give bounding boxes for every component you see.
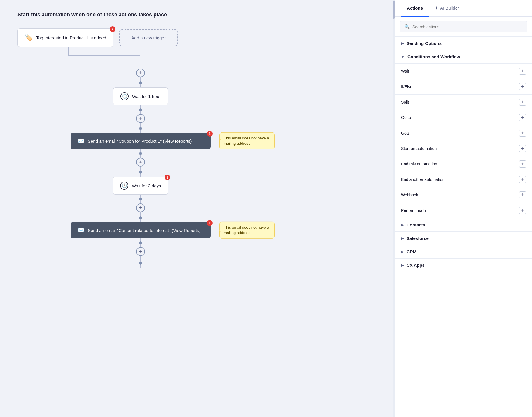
dot [139, 152, 142, 155]
ai-icon: ✦ [435, 5, 438, 11]
add-goal-icon[interactable]: + [519, 130, 526, 137]
dot [139, 171, 142, 174]
dot [139, 198, 142, 200]
wait-label-2: Wait for 2 days [132, 183, 161, 188]
connector-line [140, 105, 141, 108]
add-goto-icon[interactable]: + [519, 114, 526, 121]
add-wait-icon[interactable]: + [519, 68, 526, 75]
action-label-goto: Go to [401, 115, 411, 120]
add-webhook-icon[interactable]: + [519, 191, 526, 198]
action-item-end-this-automation[interactable]: End this automation + [395, 156, 532, 172]
action-item-goal[interactable]: Goal + [395, 125, 532, 141]
tab-ai-builder-label: AI Builder [440, 6, 459, 11]
section-sending-options[interactable]: ▶ Sending Options [395, 37, 532, 50]
add-start-automation-icon[interactable]: + [519, 145, 526, 152]
action-label-split: Split [401, 100, 409, 104]
action-label-perform-math: Perform math [401, 208, 426, 213]
contacts-label: Contacts [407, 222, 425, 227]
tab-ai-builder[interactable]: ✦ AI Builder [429, 0, 465, 17]
sending-options-label: Sending Options [407, 41, 442, 46]
add-perform-math-icon[interactable]: + [519, 207, 526, 214]
action-label-start-automation: Start an automation [401, 146, 437, 151]
chevron-right-icon: ▶ [401, 41, 404, 46]
dot [139, 108, 142, 111]
action-label-ifelse: If/Else [401, 84, 412, 89]
section-cx-apps[interactable]: ▶ CX Apps [395, 259, 532, 272]
action-item-goto[interactable]: Go to + [395, 110, 532, 125]
salesforce-label: Salesforce [407, 236, 429, 241]
email-node-2[interactable]: ✉️ Send an email "Content related to int… [71, 222, 211, 238]
action-label-wait: Wait [401, 69, 409, 74]
connector-line [140, 244, 141, 247]
action-label-webhook: Webhook [401, 193, 418, 197]
panel-tabs: Actions ✦ AI Builder [395, 0, 532, 17]
chevron-right-icon-contacts: ▶ [401, 223, 404, 227]
merge-lines-svg [18, 47, 175, 67]
action-item-webhook[interactable]: Webhook + [395, 187, 532, 203]
connector-line [140, 84, 141, 87]
section-contacts[interactable]: ▶ Contacts [395, 218, 532, 232]
tab-actions-label: Actions [407, 6, 423, 11]
connector-line [140, 174, 141, 177]
add-end-this-automation-icon[interactable]: + [519, 160, 526, 168]
action-item-perform-math[interactable]: Perform math + [395, 203, 532, 218]
search-box: 🔍 [395, 17, 532, 37]
warning-bubble-1: This email does not have a mailing addre… [219, 132, 275, 149]
plus-button-3[interactable]: + [136, 158, 145, 167]
wait-node-2-container: 🕐 Wait for 2 days 1 [113, 177, 168, 195]
canvas-title: Start this automation when one of these … [18, 12, 377, 18]
dot [139, 127, 142, 130]
add-split-icon[interactable]: + [519, 99, 526, 106]
canvas-area: Start this automation when one of these … [0, 0, 395, 417]
tab-actions[interactable]: Actions [401, 0, 429, 17]
warning-bubble-2: This email does not have a mailing addre… [219, 222, 275, 239]
connector-line [140, 200, 141, 203]
connector-line [140, 155, 141, 158]
section-conditions-workflow[interactable]: ▼ Conditions and Workflow [395, 50, 532, 64]
action-item-end-another-automation[interactable]: End another automation + [395, 172, 532, 187]
dot [139, 216, 142, 219]
add-end-another-automation-icon[interactable]: + [519, 176, 526, 183]
action-item-start-automation[interactable]: Start an automation + [395, 141, 532, 156]
search-input-wrap: 🔍 [400, 21, 527, 32]
connector-line [140, 130, 141, 133]
email-label-1: Send an email "Coupon for Product 1" (Vi… [88, 139, 192, 144]
trigger-label: Tag Interested in Product 1 is added [36, 35, 106, 40]
action-item-split[interactable]: Split + [395, 95, 532, 110]
plus-button-4[interactable]: + [136, 203, 145, 212]
action-label-end-this-automation: End this automation [401, 162, 437, 166]
section-crm[interactable]: ▶ CRM [395, 245, 532, 259]
wait-label-1: Wait for 1 hour [132, 94, 161, 99]
clock-icon-1: 🕐 [120, 92, 129, 100]
action-item-wait[interactable]: Wait + [395, 64, 532, 79]
connector-line [140, 195, 141, 198]
section-salesforce[interactable]: ▶ Salesforce [395, 232, 532, 245]
trigger-badge: 2 [110, 26, 116, 32]
connector-line [140, 123, 141, 127]
add-trigger-label: Add a new trigger [131, 35, 166, 40]
action-item-ifelse[interactable]: If/Else + [395, 79, 532, 95]
email-badge-2: 1 [207, 220, 213, 226]
email-node-1[interactable]: ✉️ Send an email "Coupon for Product 1" … [71, 133, 211, 149]
add-trigger-box[interactable]: Add a new trigger [119, 29, 178, 46]
plus-button-1[interactable]: + [136, 69, 145, 77]
email-badge-1: 1 [207, 131, 213, 137]
connector-line [140, 149, 141, 152]
connector-line [140, 167, 141, 171]
cx-apps-label: CX Apps [407, 263, 425, 268]
connector-line [140, 111, 141, 114]
trigger-box[interactable]: 🏷️ Tag Interested in Product 1 is added … [18, 28, 113, 47]
dot [139, 241, 142, 244]
email-node-1-container: ✉️ Send an email "Coupon for Product 1" … [71, 133, 211, 149]
add-ifelse-icon[interactable]: + [519, 83, 526, 90]
trigger-row: 🏷️ Tag Interested in Product 1 is added … [18, 28, 377, 47]
wait-node-1[interactable]: 🕐 Wait for 1 hour [113, 87, 168, 105]
dot [139, 262, 142, 265]
email-node-2-container: ✉️ Send an email "Content related to int… [71, 222, 211, 238]
plus-button-5[interactable]: + [136, 247, 145, 256]
scroll-indicator[interactable] [393, 0, 395, 417]
search-input[interactable] [412, 25, 523, 29]
email-label-2: Send an email "Content related to intere… [88, 228, 200, 233]
plus-button-2[interactable]: + [136, 114, 145, 123]
wait-node-2[interactable]: 🕐 Wait for 2 days 1 [113, 177, 168, 195]
